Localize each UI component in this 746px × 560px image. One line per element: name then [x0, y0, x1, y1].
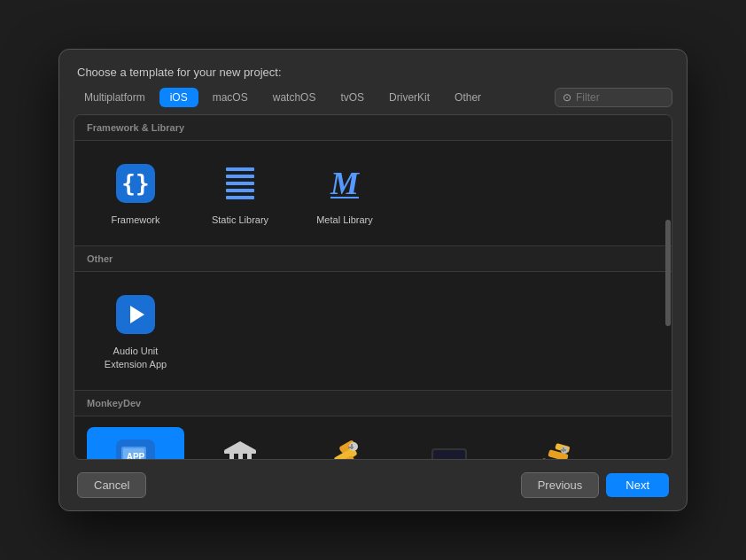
section-framework-library: Framework & Library {} Framework — [74, 115, 672, 246]
svg-rect-5 — [226, 189, 254, 192]
template-item-logos-tweak[interactable]: Logos Tweak — [505, 427, 602, 460]
template-item-static-library[interactable]: Static Library — [191, 152, 289, 235]
audio-unit-icon — [113, 292, 159, 338]
template-item-cmdline-tool[interactable]: exec Command-line Tool — [400, 427, 498, 460]
svg-rect-2 — [226, 167, 254, 171]
tab-watchos[interactable]: watchOS — [262, 88, 327, 107]
framework-icon-container: {} — [113, 160, 159, 206]
tab-tvos[interactable]: tvOS — [330, 88, 375, 107]
tab-driverkit[interactable]: DriverKit — [378, 88, 440, 107]
filter-box: ⊙ — [555, 88, 672, 107]
static-library-label: Static Library — [212, 214, 268, 226]
section-header-monkeydev: MonkeyDev — [74, 391, 672, 416]
monkey-app-icon-container: APP — [113, 436, 159, 460]
metal-library-label: Metal Library — [316, 214, 373, 226]
monkeydev-items-grid: APP MonkeyApp — [74, 416, 672, 460]
captain-hook-icon — [322, 436, 368, 460]
logos-tweak-icon — [531, 436, 577, 460]
monkey-app-icon: APP — [113, 436, 159, 460]
monkey-pod-icon — [217, 436, 263, 460]
filter-input[interactable] — [576, 91, 664, 104]
template-item-audio-unit[interactable]: Audio Unit Extension App — [87, 283, 184, 379]
section-monkeydev: MonkeyDev APP MonkeyApp — [74, 391, 672, 460]
section-header-other: Other — [74, 246, 672, 272]
svg-rect-3 — [226, 175, 254, 178]
cancel-button[interactable]: Cancel — [77, 472, 146, 498]
svg-rect-38 — [561, 449, 566, 451]
svg-rect-17 — [229, 454, 234, 460]
svg-marker-21 — [224, 441, 256, 450]
logos-tweak-icon-container — [531, 436, 577, 460]
monkey-pod-icon-container — [217, 436, 263, 460]
svg-text:M: M — [330, 166, 361, 201]
filter-icon: ⊙ — [563, 91, 571, 104]
tab-bar: Multiplatform iOS macOS watchOS tvOS Dri… — [59, 88, 687, 114]
svg-rect-6 — [226, 196, 254, 199]
svg-rect-19 — [247, 454, 252, 460]
framework-items-grid: {} Framework S — [74, 141, 672, 246]
dialog-title: Choose a template for your new project: — [77, 66, 282, 79]
svg-text:exec: exec — [438, 455, 462, 460]
framework-icon: {} — [113, 160, 159, 206]
svg-text:APP: APP — [127, 452, 145, 460]
template-item-framework[interactable]: {} Framework — [87, 152, 184, 235]
audio-unit-icon-container — [113, 292, 159, 338]
section-header-framework: Framework & Library — [74, 115, 672, 141]
next-button[interactable]: Next — [606, 473, 669, 497]
metal-library-icon: M — [322, 160, 368, 206]
dialog-footer: Cancel Previous Next — [59, 460, 687, 510]
svg-rect-28 — [348, 447, 354, 448]
dialog-header: Choose a template for your new project: — [59, 50, 687, 88]
template-item-monkey-app[interactable]: APP MonkeyApp — [87, 427, 184, 460]
template-item-monkey-pod[interactable]: MonkeyPod — [191, 427, 289, 460]
tab-other[interactable]: Other — [444, 88, 492, 107]
metal-library-icon-container: M — [322, 160, 368, 206]
template-item-metal-library[interactable]: M Metal Library — [296, 152, 393, 235]
captain-hook-icon-container — [322, 436, 368, 460]
content-area: Framework & Library {} Framework — [74, 114, 672, 460]
svg-rect-4 — [226, 182, 254, 185]
cmdline-tool-icon: exec — [426, 436, 472, 460]
cmdline-tool-icon-container: exec — [426, 436, 472, 460]
svg-rect-18 — [238, 454, 243, 460]
scrollbar-track[interactable] — [664, 115, 672, 459]
static-library-icon-container — [217, 160, 263, 206]
audio-unit-label: Audio Unit Extension App — [94, 345, 177, 370]
svg-rect-20 — [224, 450, 256, 454]
svg-text:{}: {} — [121, 170, 149, 197]
other-items-grid: Audio Unit Extension App — [74, 272, 672, 391]
framework-label: Framework — [111, 214, 159, 226]
tab-ios[interactable]: iOS — [159, 88, 198, 107]
section-other: Other Audio Unit Extension App — [74, 246, 672, 391]
tab-macos[interactable]: macOS — [202, 88, 259, 107]
tab-multiplatform[interactable]: Multiplatform — [74, 88, 156, 107]
template-item-captain-hook[interactable]: CaptainHook Tweak — [296, 427, 393, 460]
previous-button[interactable]: Previous — [521, 472, 600, 498]
scrollbar-thumb[interactable] — [665, 220, 671, 326]
template-chooser-dialog: Choose a template for your new project: … — [58, 49, 688, 511]
static-library-icon — [217, 160, 263, 206]
